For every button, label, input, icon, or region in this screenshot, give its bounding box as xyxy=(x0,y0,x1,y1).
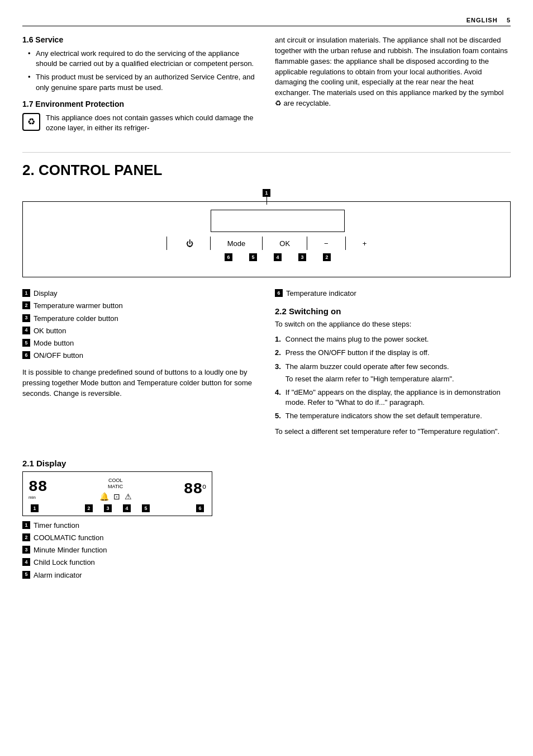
switching-on-col: 6 Temperature indicator 2.2 Switching on… xyxy=(275,289,511,442)
ok-button-diag: OK xyxy=(279,239,290,248)
env-text: This appliance does not contain gasses w… xyxy=(46,113,258,133)
env-protection-box: ♻ This appliance does not contain gasses… xyxy=(22,113,258,133)
section-1-6-list: Any electrical work required to do the s… xyxy=(22,49,258,93)
degree-symbol: o xyxy=(202,483,206,490)
diagram-badge-4: 4 xyxy=(274,253,282,261)
temp-indicator-item: 6 Temperature indicator xyxy=(275,289,511,299)
language-label: ENGLISH xyxy=(467,17,498,23)
ctrl-label-3: Temperature colder button xyxy=(34,314,118,324)
home-icon: ⊡ xyxy=(113,492,120,501)
display-badges-row: 1 2 3 4 5 6 xyxy=(28,503,206,512)
step-1: 1. Connect the mains plug to the power s… xyxy=(275,334,511,344)
section-2-text: CONTROL PANEL xyxy=(39,162,162,178)
ctrl-item-2: 2 Temperature warmer button xyxy=(22,301,258,311)
ctrl-badge-3: 3 xyxy=(22,314,30,322)
recycle-icon: ♻ xyxy=(22,113,40,131)
switching-on-outro: To select a different set temperature re… xyxy=(275,427,511,437)
ctrl-item-6: 6 ON/OFF button xyxy=(22,351,258,361)
temp-indicator-label: Temperature indicator xyxy=(286,289,356,299)
control-items-list: 1 Display 2 Temperature warmer button 3 … xyxy=(22,289,258,361)
display-badges-2-5: 2 3 4 5 xyxy=(85,503,150,512)
bell-icon: 🔔 xyxy=(99,492,109,501)
display-item-4: 4 Child Lock function xyxy=(22,557,258,568)
section-2-2-intro: To switch on the appliance do these step… xyxy=(275,319,511,330)
display-item-3: 3 Minute Minder function xyxy=(22,545,258,555)
control-note: It is possible to change predefined soun… xyxy=(22,367,258,399)
display-badge-1: 1 xyxy=(31,504,39,512)
control-panel-outer-box: ⏻ Mode OK − + 6 5 4 3 2 xyxy=(22,201,511,277)
warning-icon: ⚠ xyxy=(125,492,132,501)
temp-indicator-badge: 6 xyxy=(275,289,283,297)
display-box xyxy=(211,210,345,232)
right-digits-with-degree: 88 o xyxy=(184,481,206,497)
page-number: 5 xyxy=(507,17,511,23)
min-label: min xyxy=(28,495,36,500)
display-area xyxy=(34,210,499,232)
plus-button-diag: + xyxy=(363,239,367,248)
ctrl-badge-2: 2 xyxy=(22,301,30,309)
buttons-row: ⏻ Mode OK − + xyxy=(166,237,367,250)
separator-line-2 xyxy=(210,237,211,250)
middle-icons-area: COOLMATIC 🔔 ⊡ ⚠ xyxy=(94,478,137,501)
step-3-sub: To reset the alarm refer to "High temper… xyxy=(285,374,454,384)
section-2-1-col: 2.1 Display 88 min COOLMATIC 🔔 ⊡ ⚠ xyxy=(22,451,258,587)
section-2-1-heading: 2.1 Display xyxy=(22,459,258,468)
display-badge-4: 4 xyxy=(123,504,131,512)
ctrl-item-5: 5 Mode button xyxy=(22,338,258,348)
diagram-badge-3: 3 xyxy=(298,253,306,261)
step-4: 4. If "dEMo" appears on the display, the… xyxy=(275,388,511,408)
control-items-col: 1 Display 2 Temperature warmer button 3 … xyxy=(22,289,258,442)
ctrl-item-3: 3 Temperature colder button xyxy=(22,314,258,324)
ctrl-label-5: Mode button xyxy=(34,338,74,348)
separator-line-5 xyxy=(345,237,346,250)
ctrl-item-1: 1 Display xyxy=(22,289,258,299)
step-3: 3. The alarm buzzer could operate after … xyxy=(275,362,511,384)
display-items-list: 1 Timer function 2 COOLMATIC function 3 … xyxy=(22,521,258,580)
right-digits: 88 xyxy=(184,481,203,497)
right-digits-area: 88 o xyxy=(184,481,206,497)
list-item: Any electrical work required to do the s… xyxy=(28,49,258,69)
separator-line-3 xyxy=(262,237,263,250)
display-badge-3: 3 xyxy=(104,504,112,512)
page-header: ENGLISH 5 xyxy=(22,17,511,26)
list-item: This product must be serviced by an auth… xyxy=(28,72,258,92)
onoff-button-diag: ⏻ xyxy=(186,239,193,248)
step-5: 5. The temperature indicators show the s… xyxy=(275,411,511,421)
display-item-5: 5 Alarm indicator xyxy=(22,570,258,580)
ctrl-item-4: 4 OK button xyxy=(22,326,258,336)
display-badge-2: 2 xyxy=(85,504,93,512)
icons-row: 🔔 ⊡ ⚠ xyxy=(99,492,132,501)
ctrl-label-1: Display xyxy=(34,289,58,299)
section-1-6-heading: 1.6 Service xyxy=(22,35,258,44)
badge-numbers-row: 6 5 4 3 2 xyxy=(225,252,331,261)
section-2-2-heading: 2.2 Switching on xyxy=(275,306,511,316)
section-2-num: 2. xyxy=(22,162,35,178)
switching-on-steps: 1. Connect the mains plug to the power s… xyxy=(275,334,511,421)
left-digits: 88 xyxy=(28,479,47,495)
ctrl-badge-5: 5 xyxy=(22,339,30,347)
display-badge-5: 5 xyxy=(142,504,150,512)
section-2-1-right-col xyxy=(275,451,511,587)
diagram-badge-2: 2 xyxy=(323,253,331,261)
display-diagram-inner: 88 min COOLMATIC 🔔 ⊡ ⚠ 88 o xyxy=(28,478,206,501)
ctrl-badge-1: 1 xyxy=(22,289,30,297)
coolmatic-label: COOLMATIC xyxy=(108,478,123,490)
mode-button-diag: Mode xyxy=(227,239,246,248)
step-2: 2. Press the ON/OFF button if the displa… xyxy=(275,348,511,358)
ctrl-badge-4: 4 xyxy=(22,327,30,334)
section-2-1-wrapper: 2.1 Display 88 min COOLMATIC 🔔 ⊡ ⚠ xyxy=(22,451,511,587)
diagram-badge-6: 6 xyxy=(225,253,232,261)
right-col-text: ant circuit or insulation materials. The… xyxy=(275,35,511,109)
separator-line-4 xyxy=(307,237,307,250)
display-badge-6: 6 xyxy=(196,504,204,512)
ctrl-label-4: OK button xyxy=(34,326,66,336)
section-2-heading: 2. CONTROL PANEL xyxy=(22,152,511,179)
ctrl-label-2: Temperature warmer button xyxy=(34,301,123,311)
diagram-badge-5: 5 xyxy=(249,253,257,261)
diagram-badge-1: 1 xyxy=(263,189,270,197)
ctrl-badge-6: 6 xyxy=(22,351,30,359)
control-panel-diagram-wrapper: 1 ⏻ Mode OK − xyxy=(22,188,511,277)
right-column: ant circuit or insulation materials. The… xyxy=(275,35,511,139)
left-digits-area: 88 min xyxy=(28,479,47,500)
minus-button-diag: − xyxy=(324,239,329,248)
